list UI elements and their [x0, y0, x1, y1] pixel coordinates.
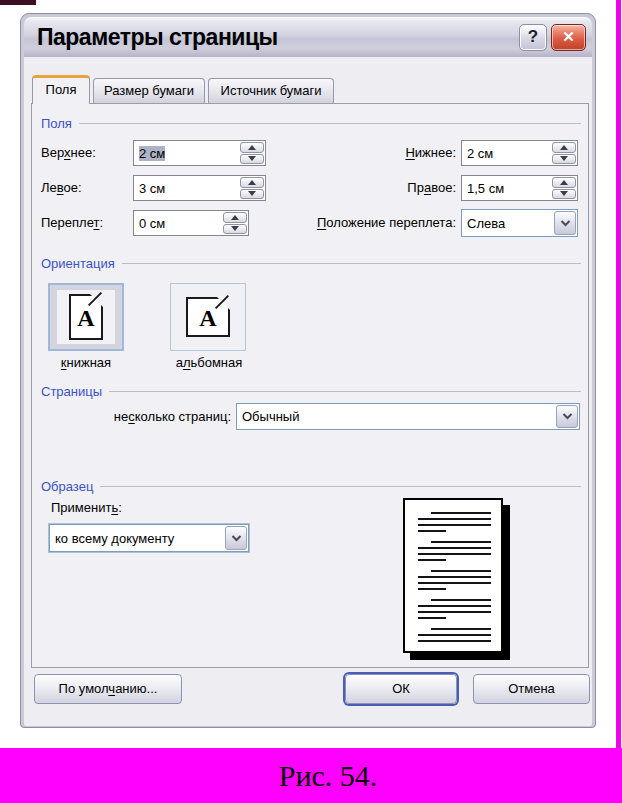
- orientation-portrait-button[interactable]: A: [48, 283, 124, 351]
- spin-up-button[interactable]: [240, 177, 264, 188]
- spin-up-button[interactable]: [223, 212, 247, 223]
- multiple-pages-label: несколько страниц:: [56, 409, 231, 424]
- left-margin-value: 3 см: [134, 181, 239, 196]
- apply-to-label: Применить:: [51, 500, 122, 515]
- right-margin-spinner: [552, 177, 576, 199]
- group-rule: [122, 263, 581, 264]
- dropdown-button[interactable]: [225, 526, 247, 550]
- pages-group-title: Страницы: [41, 384, 102, 399]
- gutter-label: Переплет:: [41, 215, 133, 230]
- apply-to-value: ко всему документу: [50, 531, 224, 546]
- preview-text-line: [418, 518, 491, 520]
- down-arrow-icon: [248, 156, 256, 161]
- up-arrow-icon: [248, 145, 256, 150]
- bottom-margin-field[interactable]: 2 см: [461, 140, 578, 166]
- spin-down-button[interactable]: [240, 154, 264, 165]
- preview-group-caption: Образец: [41, 479, 581, 494]
- spin-down-button[interactable]: [552, 189, 576, 200]
- orientation-landscape-button[interactable]: A: [170, 283, 246, 351]
- group-rule: [109, 391, 581, 392]
- preview-text-line: [418, 547, 491, 549]
- preview-text-line: [418, 611, 491, 613]
- help-button[interactable]: ?: [519, 24, 547, 51]
- apply-to-combo[interactable]: ко всему документу: [49, 524, 249, 552]
- gutter-position-label: Положение переплета:: [276, 215, 456, 230]
- ok-button[interactable]: ОК: [345, 674, 457, 704]
- preview-page-lines: [405, 500, 501, 654]
- spin-down-button[interactable]: [223, 224, 247, 235]
- orientation-group-caption: Ориентация: [41, 256, 581, 271]
- up-arrow-icon: [560, 180, 568, 185]
- tab-page-margins: Поля Верхнее: 2 см Нижнее: 2 см Левое:: [31, 103, 589, 668]
- tab-paper-source[interactable]: Источник бумаги: [208, 78, 334, 104]
- right-margin-value: 1,5 см: [462, 181, 551, 196]
- tab-paper-size[interactable]: Размер бумаги: [93, 78, 205, 104]
- dialog-body: Поля Размер бумаги Источник бумаги Поля …: [24, 57, 592, 726]
- spin-up-button[interactable]: [240, 142, 264, 153]
- spin-up-button[interactable]: [552, 177, 576, 188]
- bottom-margin-spinner: [552, 142, 576, 164]
- landscape-page-icon: A: [186, 297, 230, 337]
- down-arrow-icon: [248, 191, 256, 196]
- down-arrow-icon: [560, 191, 568, 196]
- up-arrow-icon: [560, 145, 568, 150]
- figure-caption-band: Рис. 54.: [0, 748, 622, 803]
- top-margin-field[interactable]: 2 см: [133, 140, 266, 166]
- gutter-value: 0 см: [134, 216, 222, 231]
- preview-text-line: [418, 524, 491, 526]
- left-margin-field[interactable]: 3 см: [133, 175, 266, 201]
- chevron-down-icon: [231, 535, 242, 542]
- margins-group-caption: Поля: [41, 116, 581, 131]
- spin-down-button[interactable]: [240, 189, 264, 200]
- left-margin-spinner: [240, 177, 264, 199]
- preview-text-line: [418, 617, 446, 619]
- preview-text-line: [431, 599, 491, 601]
- up-arrow-icon: [248, 180, 256, 185]
- preview-text-line: [418, 553, 491, 555]
- bottom-margin-value: 2 см: [462, 146, 551, 161]
- landscape-label: альбомная: [163, 355, 255, 370]
- preview-text-line: [418, 559, 446, 561]
- preview-text-line: [418, 576, 491, 578]
- preview-text-line: [418, 640, 491, 642]
- preview-group-title: Образец: [41, 479, 93, 494]
- chevron-down-icon: [562, 413, 573, 420]
- gutter-position-combo[interactable]: Слева: [461, 209, 578, 237]
- window-title: Параметры страницы: [24, 24, 278, 51]
- preview-text-line: [431, 628, 491, 630]
- down-arrow-icon: [560, 156, 568, 161]
- orientation-group-title: Ориентация: [41, 256, 115, 271]
- preview-text-line: [418, 605, 491, 607]
- group-rule: [100, 486, 581, 487]
- preview-text-line: [431, 570, 491, 572]
- portrait-label: книжная: [44, 355, 128, 370]
- figure-caption: Рис. 54.: [245, 759, 378, 793]
- dropdown-button[interactable]: [554, 211, 576, 235]
- multiple-pages-combo[interactable]: Обычный: [236, 403, 580, 430]
- right-margin-label: Правое:: [336, 180, 456, 195]
- preview-page: [403, 498, 503, 653]
- right-margin-field[interactable]: 1,5 см: [461, 175, 578, 201]
- spin-up-button[interactable]: [552, 142, 576, 153]
- scan-artifact: [0, 0, 36, 5]
- pages-group-caption: Страницы: [41, 384, 581, 399]
- preview-text-line: [431, 512, 491, 514]
- gutter-position-value: Слева: [462, 216, 553, 231]
- gutter-field[interactable]: 0 см: [133, 210, 249, 236]
- spin-down-button[interactable]: [552, 154, 576, 165]
- portrait-page-icon: A: [69, 294, 103, 340]
- multiple-pages-value: Обычный: [237, 409, 555, 424]
- default-button[interactable]: По умолчанию...: [34, 674, 182, 704]
- title-bar: Параметры страницы ? ✕: [24, 17, 592, 57]
- top-margin-label: Верхнее:: [41, 145, 133, 160]
- tab-margins[interactable]: Поля: [32, 75, 90, 104]
- gutter-spinner: [223, 212, 247, 234]
- up-arrow-icon: [231, 215, 239, 220]
- margins-group-title: Поля: [41, 116, 72, 131]
- dropdown-button[interactable]: [556, 405, 578, 428]
- top-margin-value: 2 см: [139, 146, 165, 161]
- cancel-button[interactable]: Отмена: [473, 674, 590, 704]
- close-button[interactable]: ✕: [551, 24, 586, 51]
- close-icon: ✕: [562, 28, 575, 45]
- help-icon: ?: [528, 27, 538, 46]
